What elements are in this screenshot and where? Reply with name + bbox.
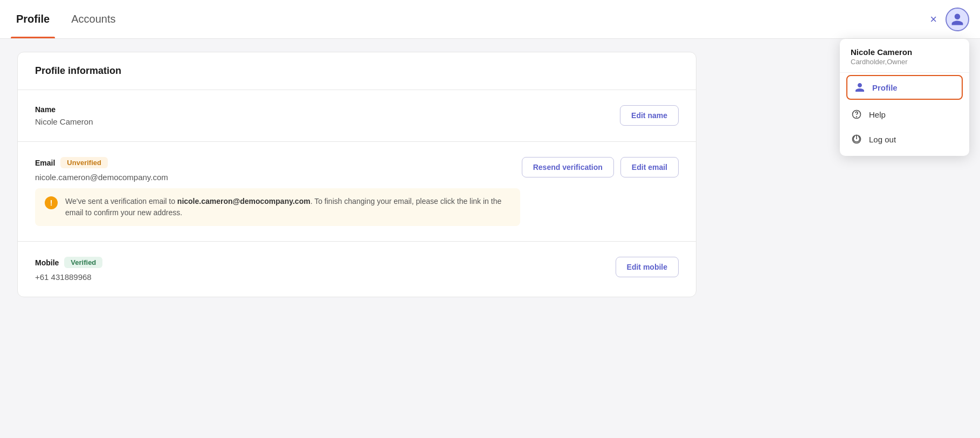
email-section-left: Email Unverified nicole.cameron@democomp… [35,157,522,182]
name-label: Name [35,105,620,114]
edit-name-button[interactable]: Edit name [620,105,679,126]
mobile-label-row: Mobile Verified [35,257,616,268]
profile-info-heading: Profile information [35,65,679,77]
profile-card: Profile information Name Nicole Cameron … [17,52,696,297]
unverified-badge: Unverified [60,157,108,168]
email-label: Email [35,159,55,167]
alert-text: We've sent a verification email to nicol… [65,196,510,218]
name-section-left: Name Nicole Cameron [35,105,620,126]
tab-bar: Profile Accounts × [0,0,980,39]
name-section: Name Nicole Cameron Edit name [18,90,696,142]
dropdown-item-logout[interactable]: Log out [840,127,969,152]
avatar-button[interactable] [946,8,969,31]
name-value: Nicole Cameron [35,117,620,126]
profile-menu-icon [854,81,866,93]
dropdown-user-info: Nicole Cameron Cardholder,Owner [840,47,969,73]
mobile-section-left: Mobile Verified +61 431889968 [35,257,616,282]
dropdown-user-role: Cardholder,Owner [851,58,958,66]
close-button[interactable]: × [930,13,937,25]
logout-menu-icon [851,133,862,145]
edit-mobile-button[interactable]: Edit mobile [616,257,679,277]
dropdown-menu: Nicole Cameron Cardholder,Owner Profile … [840,39,969,156]
dropdown-help-label: Help [869,110,886,119]
card-header: Profile information [18,52,696,90]
help-menu-icon [851,108,862,120]
mobile-section-right: Edit mobile [616,257,679,277]
tab-profile[interactable]: Profile [11,0,55,38]
email-alert-box: ! We've sent a verification email to nic… [35,188,520,226]
email-section-right: Resend verification Edit email [522,157,679,177]
mobile-section: Mobile Verified +61 431889968 Edit mobil… [18,242,696,297]
edit-email-button[interactable]: Edit email [620,157,679,177]
mobile-value: +61 431889968 [35,272,616,282]
dropdown-item-help[interactable]: Help [840,102,969,127]
user-avatar-icon [950,12,964,26]
verified-badge: Verified [64,257,102,268]
main-content: Profile information Name Nicole Cameron … [0,39,980,438]
email-section: Email Unverified nicole.cameron@democomp… [18,142,696,242]
dropdown-logout-label: Log out [869,135,896,144]
dropdown-profile-label: Profile [872,83,898,92]
alert-icon: ! [45,196,58,209]
dropdown-item-profile[interactable]: Profile [846,75,963,100]
email-label-row: Email Unverified [35,157,522,168]
email-value: nicole.cameron@democompany.com [35,173,522,182]
tab-accounts[interactable]: Accounts [66,0,121,38]
name-section-right: Edit name [620,105,679,126]
mobile-label: Mobile [35,258,59,267]
resend-verification-button[interactable]: Resend verification [522,157,614,177]
dropdown-user-name: Nicole Cameron [851,47,958,57]
svg-point-1 [857,117,857,117]
alert-email-bold: nicole.cameron@democompany.com [177,197,310,206]
